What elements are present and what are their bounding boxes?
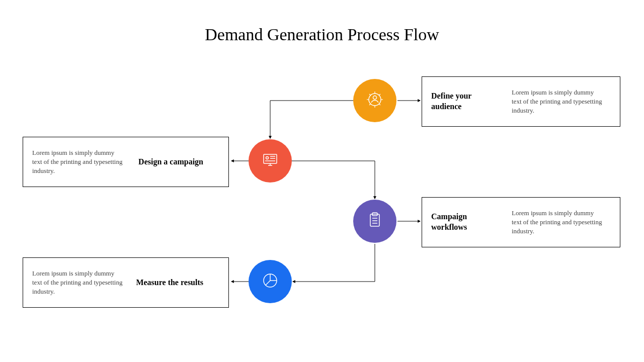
step-title: Define your audience — [431, 91, 502, 112]
step-title: Design a campaign — [133, 157, 203, 167]
step-box-design-campaign: Lorem ipsum is simply dummy text of the … — [23, 137, 229, 187]
svg-line-29 — [266, 281, 270, 285]
step-box-campaign-workflows: Campaign workflows Lorem ipsum is simply… — [422, 197, 620, 247]
page-title: Demand Generation Process Flow — [0, 25, 644, 44]
clipboard-icon — [364, 209, 386, 233]
svg-point-17 — [266, 157, 269, 159]
pie-icon — [259, 269, 281, 294]
step-desc: Lorem ipsum is simply dummy text of the … — [512, 209, 602, 236]
monitor-icon — [259, 149, 281, 173]
svg-point-5 — [373, 96, 377, 100]
step-desc: Lorem ipsum is simply dummy text of the … — [512, 88, 602, 116]
step-circle-design-campaign — [249, 139, 292, 183]
gear-user-icon — [364, 88, 386, 113]
step-desc: Lorem ipsum is simply dummy text of the … — [32, 148, 123, 176]
step-circle-define-audience — [353, 79, 396, 122]
step-title: Measure the results — [133, 278, 203, 288]
step-circle-measure-results — [249, 260, 292, 303]
svg-rect-14 — [264, 154, 277, 163]
step-title: Campaign workflows — [431, 212, 502, 233]
step-desc: Lorem ipsum is simply dummy text of the … — [32, 269, 123, 297]
step-box-define-audience: Define your audience Lorem ipsum is simp… — [422, 76, 620, 127]
step-circle-campaign-workflows — [353, 200, 396, 243]
step-box-measure-results: Lorem ipsum is simply dummy text of the … — [23, 257, 229, 308]
